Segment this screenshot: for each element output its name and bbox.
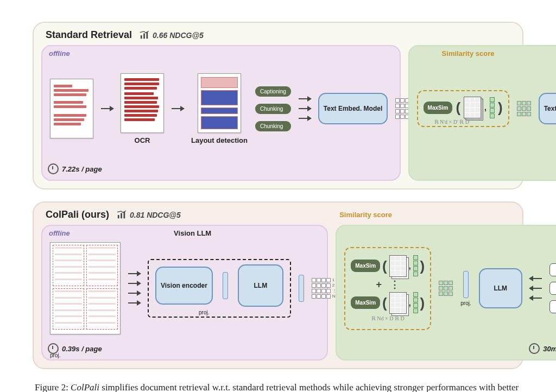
standard-metric: 0.66 NDCG@5	[140, 31, 204, 40]
arrow-right-icon	[299, 108, 311, 109]
maxsim-op: MaxSim	[424, 102, 453, 114]
ocr-page	[121, 73, 164, 133]
vision-encoder: Vision encoder	[155, 267, 213, 305]
chunking-pill: Chunking	[255, 121, 291, 131]
figure-caption: Figure 2: ColPali simplifies document re…	[35, 381, 521, 392]
query-token: What	[549, 263, 556, 276]
document-page	[50, 242, 121, 334]
vision-llm-box: Vision encoder LLM proj.	[148, 259, 291, 318]
maxsim-op: MaxSim	[351, 296, 380, 309]
llm-block-q: LLM	[479, 268, 522, 308]
clock-icon	[48, 343, 59, 354]
query-vec	[413, 255, 418, 276]
svg-rect-0	[141, 35, 142, 39]
bar-chart-icon	[117, 211, 127, 219]
standard-titlebar: Standard Retrieval 0.66 NDCG@5	[41, 29, 515, 45]
llm-block: LLM	[238, 264, 283, 307]
colpali-online-latency: 30ms / query	[543, 345, 556, 353]
arrow-right-icon	[299, 98, 311, 99]
dims-label: ℝ Nd × D ℝ D	[351, 315, 425, 321]
captioning-pill: Captioning	[255, 86, 291, 97]
similarity-title: Similarity score	[442, 49, 495, 58]
arrow-left-icon	[530, 298, 542, 299]
clock-icon	[529, 343, 540, 354]
chunking-pill: Chunking	[255, 104, 291, 114]
ocr-label: OCR	[135, 136, 150, 144]
query-token: ViTs?	[549, 300, 556, 313]
similarity-box: MaxSim ( , ) ℝ N'd × D' ℝ D'	[417, 90, 509, 127]
proj-col	[299, 275, 304, 302]
colpali-title: ColPali (ours)	[46, 209, 109, 220]
vision-llm-label: Vision LLM	[174, 229, 211, 237]
layout-page	[198, 73, 241, 133]
standard-metric-value: 0.66 NDCG@5	[153, 31, 204, 40]
query-token: are	[549, 282, 556, 295]
caption-prefix: Figure 2:	[35, 382, 71, 392]
standard-title: Standard Retrieval	[46, 29, 132, 41]
arrow-left-icon	[530, 278, 542, 279]
offline-label: offline	[49, 49, 70, 58]
doc-matrices	[464, 97, 481, 118]
svg-rect-4	[121, 213, 122, 218]
dims-label: ℝ N'd × D' ℝ D'	[434, 119, 470, 125]
similarity-box: MaxSim ( , ) + ⋮ MaxSim (	[344, 247, 431, 330]
offline-label: offline	[49, 229, 70, 237]
caption-body: simplifies document retrieval w.r.t. sta…	[35, 382, 519, 392]
query-vec	[490, 97, 495, 118]
colpali-metric-value: 0.81 NDCG@5	[130, 211, 181, 219]
arrow-right-icon	[172, 108, 184, 109]
colpali-panel: ColPali (ours) 0.81 NDCG@5 Similarity sc…	[33, 201, 523, 369]
arrow-right-icon	[128, 302, 140, 304]
arrow-left-icon	[530, 288, 542, 289]
proj-col	[463, 271, 469, 298]
layout-label: Layout detection	[191, 136, 248, 144]
document-page	[50, 79, 93, 138]
query-vec	[413, 292, 418, 313]
maxsim-op: MaxSim	[351, 260, 380, 272]
colpali-offline-phase: offline Vision LLM	[41, 225, 328, 361]
colpali-online-phase: online MaxSim ( , ) + ⋮	[336, 225, 556, 361]
arrow-right-icon	[128, 273, 140, 274]
arrow-right-icon	[101, 108, 113, 109]
svg-rect-2	[147, 31, 148, 38]
embeddings: 1 2 ⋮ Nd	[312, 278, 338, 299]
bar-chart-icon	[140, 31, 149, 40]
proj-col	[223, 272, 228, 299]
arrow-right-icon	[299, 118, 311, 119]
colpali-offline-latency: 0.39s / page	[62, 345, 102, 353]
standard-offline-phase: offline	[41, 45, 401, 181]
similarity-title: Similarity score	[339, 211, 392, 219]
proj-label: proj.	[199, 309, 209, 315]
embeddings-q	[517, 101, 531, 116]
embeddings-q	[439, 281, 453, 296]
text-embed-model-q: Text Embed. Model	[539, 93, 556, 124]
arrow-right-icon	[128, 293, 140, 294]
colpali-metric: 0.81 NDCG@5	[117, 211, 181, 219]
standard-offline-latency: 7.22s / page	[62, 165, 102, 173]
text-embed-model: Text Embed. Model	[318, 93, 388, 124]
proj-label: proj.	[460, 300, 471, 306]
doc-matrices	[389, 255, 407, 277]
arrow-right-icon	[128, 283, 140, 284]
svg-rect-1	[143, 33, 145, 39]
svg-rect-3	[118, 215, 119, 218]
clock-icon	[48, 163, 59, 174]
standard-retrieval-panel: Standard Retrieval 0.66 NDCG@5 offline	[33, 22, 523, 189]
colpali-titlebar: ColPali (ours) 0.81 NDCG@5 Similarity sc…	[41, 209, 515, 225]
caption-name: ColPali	[71, 382, 99, 392]
svg-rect-5	[124, 211, 125, 218]
doc-matrices	[389, 292, 407, 314]
standard-online-phase: online Similarity score MaxSim ( , ) ℝ N…	[408, 45, 556, 181]
